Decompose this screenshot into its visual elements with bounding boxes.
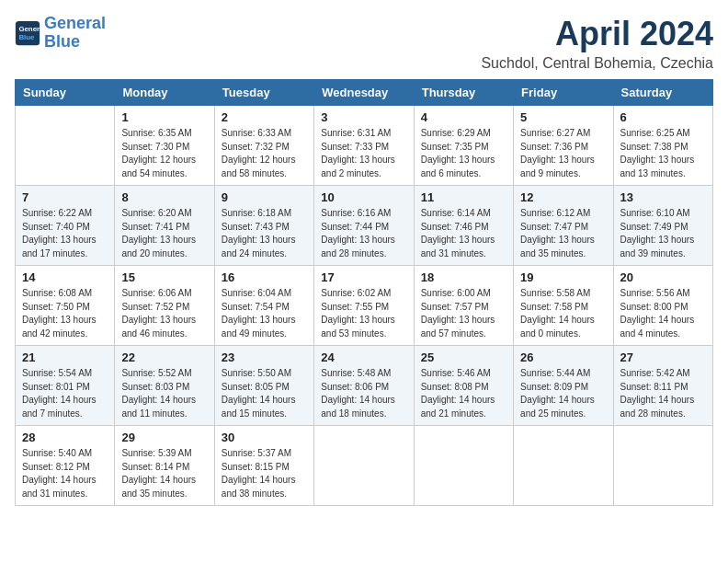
weekday-row: SundayMondayTuesdayWednesdayThursdayFrid…: [16, 80, 713, 106]
calendar-cell: 20Sunrise: 5:56 AM Sunset: 8:00 PM Dayli…: [613, 266, 712, 346]
calendar-cell: 28Sunrise: 5:40 AM Sunset: 8:12 PM Dayli…: [16, 426, 115, 506]
logo-line1: General: [44, 14, 106, 32]
day-info: Sunrise: 6:08 AM Sunset: 7:50 PM Dayligh…: [22, 287, 108, 340]
calendar-week-5: 28Sunrise: 5:40 AM Sunset: 8:12 PM Dayli…: [16, 426, 713, 506]
calendar-cell: 27Sunrise: 5:42 AM Sunset: 8:11 PM Dayli…: [613, 346, 712, 426]
calendar-body: 1Sunrise: 6:35 AM Sunset: 7:30 PM Daylig…: [16, 106, 713, 506]
day-info: Sunrise: 6:14 AM Sunset: 7:46 PM Dayligh…: [421, 207, 506, 260]
day-info: Sunrise: 6:27 AM Sunset: 7:36 PM Dayligh…: [520, 127, 606, 180]
calendar-cell: [16, 106, 115, 186]
day-info: Sunrise: 5:42 AM Sunset: 8:11 PM Dayligh…: [620, 367, 706, 420]
day-number: 23: [222, 350, 307, 364]
day-number: 28: [22, 431, 108, 444]
day-number: 22: [121, 350, 207, 364]
day-number: 30: [222, 431, 307, 444]
day-info: Sunrise: 6:35 AM Sunset: 7:30 PM Dayligh…: [121, 127, 207, 180]
day-info: Sunrise: 5:37 AM Sunset: 8:15 PM Dayligh…: [222, 447, 307, 500]
calendar-cell: 17Sunrise: 6:02 AM Sunset: 7:55 PM Dayli…: [314, 266, 414, 346]
calendar-cell: 14Sunrise: 6:08 AM Sunset: 7:50 PM Dayli…: [16, 266, 115, 346]
logo-line2: Blue: [44, 32, 80, 51]
day-number: 27: [620, 350, 706, 364]
day-info: Sunrise: 6:22 AM Sunset: 7:40 PM Dayligh…: [22, 207, 108, 260]
day-info: Sunrise: 5:44 AM Sunset: 8:09 PM Dayligh…: [520, 367, 606, 420]
calendar-week-4: 21Sunrise: 5:54 AM Sunset: 8:01 PM Dayli…: [16, 346, 713, 426]
calendar-cell: [314, 426, 414, 506]
header: General Blue General Blue April 2024 Suc…: [15, 15, 713, 72]
calendar-cell: [414, 426, 513, 506]
day-number: 17: [321, 270, 406, 284]
calendar-cell: 26Sunrise: 5:44 AM Sunset: 8:09 PM Dayli…: [514, 346, 613, 426]
calendar-title: April 2024: [481, 15, 713, 53]
day-number: 18: [421, 270, 506, 284]
day-number: 8: [121, 190, 207, 204]
day-number: 13: [620, 190, 706, 204]
calendar-cell: 10Sunrise: 6:16 AM Sunset: 7:44 PM Dayli…: [314, 186, 414, 266]
day-info: Sunrise: 6:20 AM Sunset: 7:41 PM Dayligh…: [121, 207, 207, 260]
day-info: Sunrise: 6:04 AM Sunset: 7:54 PM Dayligh…: [222, 287, 307, 340]
weekday-header-saturday: Saturday: [613, 80, 712, 106]
calendar-cell: 7Sunrise: 6:22 AM Sunset: 7:40 PM Daylig…: [16, 186, 115, 266]
day-number: 25: [421, 350, 506, 364]
calendar-cell: 15Sunrise: 6:06 AM Sunset: 7:52 PM Dayli…: [115, 266, 214, 346]
day-info: Sunrise: 6:02 AM Sunset: 7:55 PM Dayligh…: [321, 287, 406, 340]
weekday-header-sunday: Sunday: [16, 80, 115, 106]
day-info: Sunrise: 5:52 AM Sunset: 8:03 PM Dayligh…: [121, 367, 207, 420]
svg-text:Blue: Blue: [18, 33, 35, 41]
day-number: 11: [421, 190, 506, 204]
day-info: Sunrise: 5:40 AM Sunset: 8:12 PM Dayligh…: [22, 447, 108, 500]
calendar-cell: 12Sunrise: 6:12 AM Sunset: 7:47 PM Dayli…: [514, 186, 613, 266]
day-info: Sunrise: 6:29 AM Sunset: 7:35 PM Dayligh…: [421, 127, 506, 180]
weekday-header-wednesday: Wednesday: [314, 80, 414, 106]
calendar-cell: 11Sunrise: 6:14 AM Sunset: 7:46 PM Dayli…: [414, 186, 513, 266]
day-number: 9: [222, 190, 307, 204]
day-info: Sunrise: 5:54 AM Sunset: 8:01 PM Dayligh…: [22, 367, 108, 420]
day-number: 5: [520, 110, 606, 124]
calendar-cell: [514, 426, 613, 506]
day-info: Sunrise: 6:25 AM Sunset: 7:38 PM Dayligh…: [620, 127, 706, 180]
day-number: 1: [121, 110, 207, 124]
calendar-cell: 23Sunrise: 5:50 AM Sunset: 8:05 PM Dayli…: [214, 346, 313, 426]
calendar-subtitle: Suchdol, Central Bohemia, Czechia: [481, 55, 713, 72]
calendar-cell: 8Sunrise: 6:20 AM Sunset: 7:41 PM Daylig…: [115, 186, 214, 266]
day-info: Sunrise: 5:46 AM Sunset: 8:08 PM Dayligh…: [421, 367, 506, 420]
day-info: Sunrise: 6:16 AM Sunset: 7:44 PM Dayligh…: [321, 207, 406, 260]
day-info: Sunrise: 6:00 AM Sunset: 7:57 PM Dayligh…: [421, 287, 506, 340]
day-number: 10: [321, 190, 406, 204]
day-number: 12: [520, 190, 606, 204]
calendar-cell: 3Sunrise: 6:31 AM Sunset: 7:33 PM Daylig…: [314, 106, 414, 186]
day-number: 4: [421, 110, 506, 124]
calendar-cell: 19Sunrise: 5:58 AM Sunset: 7:58 PM Dayli…: [514, 266, 613, 346]
day-number: 29: [121, 431, 207, 444]
day-number: 3: [321, 110, 406, 124]
calendar-table: SundayMondayTuesdayWednesdayThursdayFrid…: [15, 79, 713, 506]
day-info: Sunrise: 5:50 AM Sunset: 8:05 PM Dayligh…: [222, 367, 307, 420]
calendar-cell: 29Sunrise: 5:39 AM Sunset: 8:14 PM Dayli…: [115, 426, 214, 506]
day-number: 21: [22, 350, 108, 364]
day-info: Sunrise: 6:33 AM Sunset: 7:32 PM Dayligh…: [222, 127, 307, 180]
day-info: Sunrise: 5:48 AM Sunset: 8:06 PM Dayligh…: [321, 367, 406, 420]
calendar-cell: 4Sunrise: 6:29 AM Sunset: 7:35 PM Daylig…: [414, 106, 513, 186]
calendar-cell: 9Sunrise: 6:18 AM Sunset: 7:43 PM Daylig…: [214, 186, 313, 266]
calendar-cell: [613, 426, 712, 506]
day-number: 2: [222, 110, 307, 124]
calendar-week-3: 14Sunrise: 6:08 AM Sunset: 7:50 PM Dayli…: [16, 266, 713, 346]
calendar-cell: 6Sunrise: 6:25 AM Sunset: 7:38 PM Daylig…: [613, 106, 712, 186]
calendar-cell: 22Sunrise: 5:52 AM Sunset: 8:03 PM Dayli…: [115, 346, 214, 426]
day-number: 16: [222, 270, 307, 284]
calendar-cell: 5Sunrise: 6:27 AM Sunset: 7:36 PM Daylig…: [514, 106, 613, 186]
logo-text: General Blue: [44, 15, 106, 52]
calendar-week-1: 1Sunrise: 6:35 AM Sunset: 7:30 PM Daylig…: [16, 106, 713, 186]
calendar-header: SundayMondayTuesdayWednesdayThursdayFrid…: [16, 80, 713, 106]
day-number: 19: [520, 270, 606, 284]
day-number: 14: [22, 270, 108, 284]
day-number: 26: [520, 350, 606, 364]
day-number: 7: [22, 190, 108, 204]
day-number: 20: [620, 270, 706, 284]
logo: General Blue General Blue: [15, 15, 106, 52]
day-info: Sunrise: 6:12 AM Sunset: 7:47 PM Dayligh…: [520, 207, 606, 260]
calendar-cell: 16Sunrise: 6:04 AM Sunset: 7:54 PM Dayli…: [214, 266, 313, 346]
title-area: April 2024 Suchdol, Central Bohemia, Cze…: [481, 15, 713, 72]
day-number: 6: [620, 110, 706, 124]
day-info: Sunrise: 6:31 AM Sunset: 7:33 PM Dayligh…: [321, 127, 406, 180]
weekday-header-monday: Monday: [115, 80, 214, 106]
